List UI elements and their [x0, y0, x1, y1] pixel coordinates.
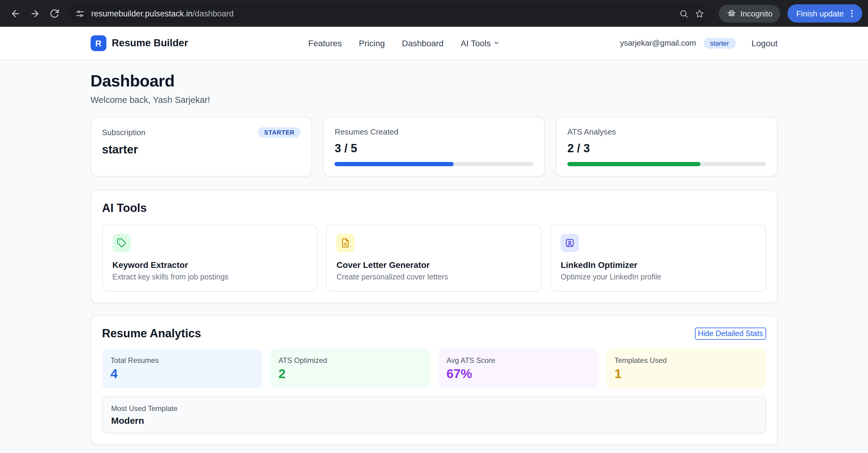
logout-button[interactable]: Logout [751, 38, 778, 48]
tile-value: 4 [111, 367, 254, 381]
brand-logo: R [91, 35, 106, 51]
tile-label: Avg ATS Score [446, 356, 590, 365]
user-email: ysarjekar@gmail.com [620, 38, 696, 48]
tile-value: 2 [278, 367, 422, 381]
tile-value: 67% [446, 367, 590, 381]
reload-icon [49, 8, 59, 19]
tool-desc: Create personalized cover letters [337, 273, 531, 281]
finish-update-label: Finish update [796, 9, 844, 18]
nav-item-ai-tools-label: AI Tools [461, 38, 491, 48]
tile-templates-used: Templates Used 1 [606, 349, 766, 389]
tile-label: Templates Used [615, 356, 757, 365]
incognito-label: Incognito [740, 9, 773, 18]
tool-card-cover-letter-generator[interactable]: Cover Letter Generator Create personaliz… [326, 225, 542, 292]
stat-label: ATS Analyses [567, 127, 616, 136]
resume-analytics-section: Resume Analytics Hide Detailed Stats Tot… [91, 315, 778, 445]
star-icon [695, 9, 704, 18]
ai-tools-grid: Keyword Extractor Extract key skills fro… [102, 225, 766, 292]
stat-card-resumes-created: Resumes Created 3 / 5 [323, 117, 545, 176]
tool-card-keyword-extractor[interactable]: Keyword Extractor Extract key skills fro… [102, 225, 318, 292]
stats-row: Subscription STARTER starter Resumes Cre… [91, 117, 778, 176]
reload-button[interactable] [45, 4, 63, 23]
analytics-tiles: Total Resumes 4 ATS Optimized 2 Avg ATS … [102, 349, 766, 389]
tile-most-used-template: Most Used Template Modern [102, 396, 766, 433]
ai-tools-title: AI Tools [102, 201, 766, 215]
tool-title: Cover Letter Generator [337, 260, 531, 270]
nav-item-features[interactable]: Features [308, 38, 342, 48]
tile-ats-optimized: ATS Optimized 2 [270, 349, 430, 389]
stat-value: 3 / 5 [335, 142, 533, 155]
browser-menu-button[interactable] [844, 5, 860, 21]
tool-title: LinkedIn Optimizer [561, 260, 755, 270]
back-button[interactable] [6, 4, 24, 23]
kebab-menu-icon [847, 8, 857, 18]
tool-title: Keyword Extractor [113, 260, 307, 270]
site-settings-icon [75, 9, 84, 18]
nav-item-ai-tools[interactable]: AI Tools [461, 38, 500, 48]
browser-toolbar: resumebuilder.pulsestack.in/dashboard In… [0, 0, 868, 27]
page-title: Dashboard [91, 72, 778, 91]
bookmark-star-button[interactable] [692, 5, 708, 21]
browser-window: resumebuilder.pulsestack.in/dashboard In… [0, 0, 868, 453]
nav-item-dashboard[interactable]: Dashboard [402, 38, 443, 48]
incognito-icon [726, 8, 736, 18]
stat-label: Subscription [102, 128, 146, 137]
url-text[interactable]: resumebuilder.pulsestack.in/dashboard [91, 9, 676, 18]
ats-progress-fill [567, 162, 701, 166]
tool-desc: Extract key skills from job postings [113, 273, 307, 281]
tool-card-linkedin-optimizer[interactable]: LinkedIn Optimizer Optimize your LinkedI… [550, 225, 766, 292]
back-arrow-icon [10, 8, 20, 19]
tile-total-resumes: Total Resumes 4 [102, 349, 262, 389]
forward-button[interactable] [26, 4, 44, 23]
resumes-progress-fill [335, 162, 454, 166]
tile-avg-ats-score: Avg ATS Score 67% [438, 349, 598, 389]
stat-card-subscription: Subscription STARTER starter [91, 117, 312, 176]
site-header: R Resume Builder Features Pricing Dashbo… [0, 27, 868, 60]
brand-name: Resume Builder [112, 37, 188, 49]
zoom-indicator-button[interactable] [676, 5, 692, 21]
brand-link[interactable]: R Resume Builder [91, 35, 188, 51]
tile-value: Modern [111, 415, 757, 426]
url-path: /dashboard [192, 9, 234, 18]
forward-arrow-icon [30, 8, 40, 19]
stat-value: starter [102, 143, 301, 157]
user-icon [561, 234, 579, 252]
stat-value: 2 / 3 [567, 142, 766, 155]
ats-progress-track [567, 162, 766, 166]
analytics-title: Resume Analytics [102, 327, 201, 340]
ai-tools-section: AI Tools Keyword Extractor Extract key s… [91, 190, 778, 303]
magnifier-icon [679, 9, 688, 18]
stat-label: Resumes Created [335, 127, 399, 136]
finish-update-button[interactable]: Finish update [788, 4, 862, 23]
tier-badge: STARTER [258, 127, 301, 138]
user-area: ysarjekar@gmail.com starter Logout [620, 37, 777, 49]
chevron-down-icon [493, 39, 500, 46]
stat-card-ats-analyses: ATS Analyses 2 / 3 [556, 117, 777, 176]
main-nav: Features Pricing Dashboard AI Tools [188, 38, 620, 48]
incognito-badge: Incognito [718, 5, 780, 22]
tool-desc: Optimize your LinkedIn profile [561, 273, 755, 281]
plan-badge: starter [703, 37, 736, 49]
tag-icon [113, 234, 131, 252]
file-text-icon [337, 234, 355, 252]
welcome-text: Welcome back, Yash Sarjekar! [91, 95, 778, 105]
tile-label: Most Used Template [111, 404, 757, 413]
tile-value: 1 [615, 367, 757, 381]
tile-label: Total Resumes [111, 356, 254, 365]
dashboard-page: Dashboard Welcome back, Yash Sarjekar! S… [0, 60, 868, 453]
hide-detailed-stats-link[interactable]: Hide Detailed Stats [695, 328, 766, 340]
nav-item-pricing[interactable]: Pricing [359, 38, 385, 48]
resumes-progress-track [335, 162, 533, 166]
url-domain: resumebuilder.pulsestack.in [91, 9, 192, 18]
address-bar[interactable]: resumebuilder.pulsestack.in/dashboard [68, 4, 712, 23]
site-info-button[interactable] [72, 5, 88, 21]
tile-label: ATS Optimized [278, 356, 422, 365]
